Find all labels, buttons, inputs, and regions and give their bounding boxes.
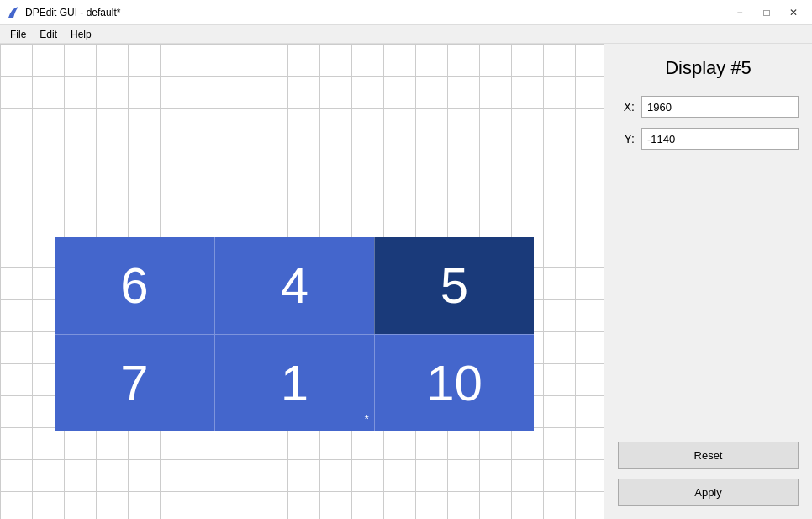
menu-help[interactable]: Help [64, 27, 98, 42]
maximize-button[interactable]: □ [755, 3, 778, 22]
window-title: DPEdit GUI - default* [25, 7, 120, 19]
y-label: Y: [618, 132, 635, 146]
display-label-5: 5 [440, 257, 468, 315]
display-label-4: 4 [281, 257, 308, 315]
apply-button[interactable]: Apply [618, 479, 799, 506]
display-cell-7[interactable]: 7 [55, 334, 214, 431]
display-label-7: 7 [120, 354, 148, 412]
reset-button[interactable]: Reset [618, 442, 799, 469]
y-input[interactable] [641, 128, 799, 150]
menu-file[interactable]: File [3, 27, 33, 42]
display-group: 6 4 5 7 1 * [55, 237, 534, 431]
displays-container: 6 4 5 7 1 * [0, 44, 604, 519]
display-label-6: 6 [120, 257, 148, 315]
display-label-10: 10 [426, 354, 482, 412]
close-button[interactable]: ✕ [782, 3, 805, 22]
y-field-row: Y: [618, 128, 799, 150]
app-icon [7, 6, 20, 19]
x-input[interactable] [641, 96, 799, 118]
display-label-1: 1 [281, 354, 308, 412]
display-cell-1[interactable]: 1 * [214, 334, 374, 431]
display-cell-5[interactable]: 5 [374, 237, 534, 334]
menu-bar: File Edit Help [0, 25, 812, 44]
menu-edit[interactable]: Edit [33, 27, 64, 42]
x-field-row: X: [618, 96, 799, 118]
main-content: 6 4 5 7 1 * [0, 44, 812, 519]
right-panel: Display #5 X: Y: Reset Apply [604, 44, 812, 519]
title-bar: DPEdit GUI - default* − □ ✕ [0, 0, 812, 25]
title-bar-left: DPEdit GUI - default* [7, 6, 120, 19]
window-controls: − □ ✕ [728, 3, 805, 22]
minimize-button[interactable]: − [728, 3, 751, 22]
display-cell-6[interactable]: 6 [55, 237, 214, 334]
asterisk-marker: * [365, 412, 369, 426]
display-row-1: 6 4 5 [55, 237, 534, 334]
x-label: X: [618, 100, 635, 114]
canvas-area: 6 4 5 7 1 * [0, 44, 604, 519]
display-cell-10[interactable]: 10 [374, 334, 534, 431]
panel-spacer [618, 160, 799, 432]
panel-title: Display #5 [618, 57, 799, 79]
display-cell-4[interactable]: 4 [214, 237, 374, 334]
display-row-2: 7 1 * 10 [55, 334, 534, 431]
